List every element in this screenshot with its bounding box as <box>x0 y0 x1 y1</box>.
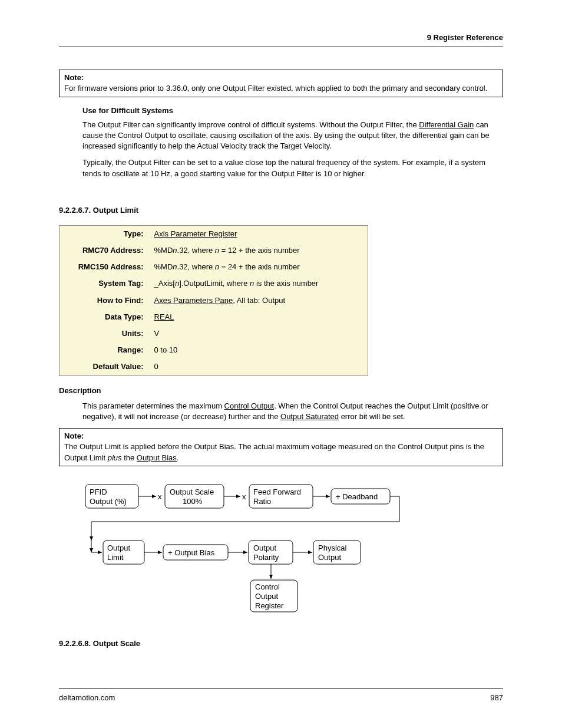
note-box-1: Note: For firmware versions prior to 3.3… <box>59 70 503 97</box>
page-header: 9 Register Reference <box>59 32 503 47</box>
svg-text:Limit: Limit <box>107 553 124 562</box>
svg-text:+ Deadband: + Deadband <box>336 492 378 501</box>
link-output-bias[interactable]: Output Bias <box>137 453 177 462</box>
note-label: Note: <box>64 73 84 82</box>
link-control-output[interactable]: Control Output <box>224 401 275 410</box>
note-box-2: Note: The Output Limit is applied before… <box>59 428 503 466</box>
section-heading-output-scale: 9.2.2.6.8. Output Scale <box>59 638 503 649</box>
svg-text:PFID: PFID <box>90 487 107 496</box>
param-table: Type: Axis Parameter Register RMC70 Addr… <box>59 225 368 376</box>
footer-site: deltamotion.com <box>59 693 115 703</box>
units-value: V <box>151 325 368 342</box>
systag-value: _Axis[n].OutputLimit, where n is the axi… <box>151 275 368 292</box>
svg-text:Control: Control <box>255 582 280 591</box>
description-heading: Description <box>59 386 503 396</box>
svg-text:Feed Forward: Feed Forward <box>253 487 301 496</box>
svg-text:Register: Register <box>255 601 284 610</box>
section-heading-output-limit: 9.2.2.6.7. Output Limit <box>59 205 503 216</box>
svg-text:Ratio: Ratio <box>253 497 271 506</box>
svg-text:Polarity: Polarity <box>253 553 279 562</box>
link-output-saturated[interactable]: Output Saturated <box>280 412 339 421</box>
datatype-label: Data Type: <box>59 309 151 325</box>
page-footer: deltamotion.com 987 <box>59 689 503 703</box>
chapter-title: 9 Register Reference <box>427 33 503 42</box>
svg-text:Output (%): Output (%) <box>90 497 127 506</box>
default-label: Default Value: <box>59 358 151 375</box>
svg-text:100%: 100% <box>183 497 203 506</box>
row-units: Units: V <box>59 325 368 342</box>
row-rmc150: RMC150 Address: %MDn.32, where n = 24 + … <box>59 259 368 275</box>
howto-rest: , All tab: Output <box>233 296 285 305</box>
rmc150-label: RMC150 Address: <box>59 259 151 275</box>
link-axes-params-pane[interactable]: Axes Parameters Pane <box>154 296 233 305</box>
difficult-heading: Use for Difficult Systems <box>82 106 503 116</box>
type-label: Type: <box>59 225 151 242</box>
link-real[interactable]: REAL <box>154 312 174 321</box>
svg-text:Output Scale: Output Scale <box>170 487 214 496</box>
default-value: 0 <box>151 358 368 375</box>
row-rmc70: RMC70 Address: %MDn.32, where n = 12 + t… <box>59 242 368 259</box>
svg-text:Output: Output <box>255 592 278 601</box>
svg-text:Output: Output <box>253 543 276 552</box>
footer-page: 987 <box>490 693 503 703</box>
rmc70-value: %MDn.32, where n = 12 + the axis number <box>151 242 368 259</box>
note-body: For firmware versions prior to 3.36.0, o… <box>64 84 487 93</box>
row-systag: System Tag: _Axis[n].OutputLimit, where … <box>59 275 368 292</box>
row-range: Range: 0 to 10 <box>59 342 368 358</box>
difficult-p2: Typically, the Output Filter can be set … <box>82 157 503 179</box>
row-howto: How to Find: Axes Parameters Pane, All t… <box>59 292 368 309</box>
svg-text:+ Output Bias: + Output Bias <box>168 548 215 557</box>
svg-text:Output: Output <box>318 553 341 562</box>
flow-diagram: .box { fill:#fff; stroke:#000; stroke-wi… <box>82 482 503 617</box>
svg-text:Physical: Physical <box>318 543 347 552</box>
difficult-p1: The Output Filter can significantly impr… <box>82 120 503 152</box>
rmc70-label: RMC70 Address: <box>59 242 151 259</box>
description-p1: This parameter determines the maximum Co… <box>82 401 503 422</box>
svg-text:x: x <box>242 492 246 501</box>
svg-text:Output: Output <box>107 543 130 552</box>
svg-text:x: x <box>158 492 162 501</box>
units-label: Units: <box>59 325 151 342</box>
rmc150-value: %MDn.32, where n = 24 + the axis number <box>151 259 368 275</box>
row-type: Type: Axis Parameter Register <box>59 225 368 242</box>
range-value: 0 to 10 <box>151 342 368 358</box>
link-axis-param-register[interactable]: Axis Parameter Register <box>154 229 237 238</box>
row-default: Default Value: 0 <box>59 358 368 375</box>
row-datatype: Data Type: REAL <box>59 309 368 325</box>
range-label: Range: <box>59 342 151 358</box>
note2-label: Note: <box>64 431 84 440</box>
systag-label: System Tag: <box>59 275 151 292</box>
link-differential-gain[interactable]: Differential Gain <box>419 120 474 129</box>
howto-label: How to Find: <box>59 292 151 309</box>
